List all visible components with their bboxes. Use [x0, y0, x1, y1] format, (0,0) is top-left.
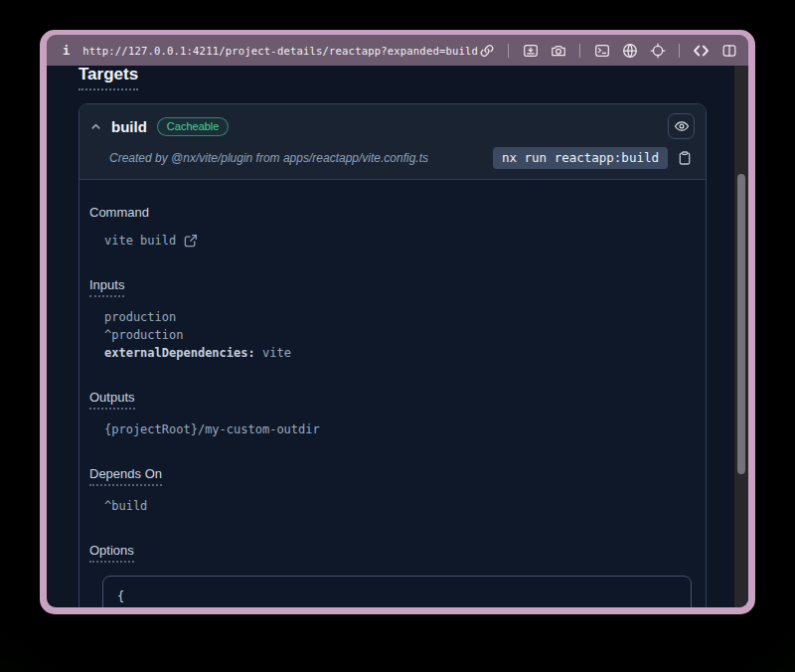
scrollbar-thumb[interactable]	[737, 174, 745, 474]
view-in-graph-button[interactable]	[668, 113, 695, 139]
target-name: build	[111, 118, 147, 135]
depends-on-item: ^build	[104, 497, 694, 515]
chevron-up-icon[interactable]	[89, 120, 102, 133]
project-details-page: Targets build Cacheable Created by @nx/v…	[47, 66, 748, 607]
inputs-label: Inputs	[89, 277, 124, 297]
json-value: apps/reactapp	[189, 606, 282, 607]
input-item: production	[104, 308, 694, 326]
browser-window: i http://127.0.0.1:4211/project-details/…	[40, 30, 755, 614]
output-item: {projectRoot}/my-custom-outdir	[104, 420, 694, 438]
link-icon[interactable]	[478, 42, 495, 59]
address-url[interactable]: http://127.0.0.1:4211/project-details/re…	[82, 45, 478, 57]
toolbar-separator	[579, 44, 580, 58]
cacheable-badge: Cacheable	[157, 117, 230, 136]
input-kv-key: externalDependencies:	[104, 346, 255, 360]
toolbar-actions	[478, 42, 737, 59]
build-header-subrow: Created by @nx/vite/plugin from apps/rea…	[89, 147, 695, 169]
json-key: cwd	[139, 606, 161, 607]
copy-icon[interactable]	[677, 149, 693, 167]
command-value: vite build	[104, 232, 176, 250]
code-icon[interactable]	[693, 42, 710, 59]
build-card-header: build Cacheable Created by @nx/vite/plug…	[80, 104, 706, 180]
page-title: Targets	[79, 66, 138, 90]
input-item: externalDependencies: vite	[104, 344, 694, 362]
browser-toolbar: i http://127.0.0.1:4211/project-details/…	[47, 35, 748, 66]
section-options: Options { "cwd": "apps/reactapp" }	[89, 541, 694, 607]
toolbar-separator	[679, 44, 680, 58]
input-item: ^production	[104, 326, 694, 344]
external-link-icon[interactable]	[184, 234, 198, 248]
json-line: {	[117, 588, 677, 605]
split-view-icon[interactable]	[720, 42, 737, 59]
section-outputs: Outputs {projectRoot}/my-custom-outdir	[89, 388, 694, 438]
toolbar-separator	[508, 44, 509, 58]
build-header-row[interactable]: build Cacheable	[89, 113, 695, 139]
options-json-block: { "cwd": "apps/reactapp" }	[102, 576, 692, 607]
info-icon: i	[63, 44, 70, 58]
build-card-body: Command vite build Inputs production ^pr…	[80, 180, 706, 607]
section-inputs: Inputs production ^production externalDe…	[89, 275, 694, 362]
options-label: Options	[89, 543, 134, 563]
section-depends-on: Depends On ^build	[89, 464, 694, 515]
json-line: "cwd": "apps/reactapp"	[117, 605, 677, 607]
depends-on-label: Depends On	[89, 466, 162, 486]
globe-icon[interactable]	[621, 42, 638, 59]
target-card-build: build Cacheable Created by @nx/vite/plug…	[79, 103, 707, 607]
terminal-icon[interactable]	[593, 42, 610, 59]
crosshair-icon[interactable]	[649, 42, 666, 59]
section-command: Command vite build	[89, 203, 694, 250]
camera-icon[interactable]	[550, 42, 566, 59]
outputs-label: Outputs	[89, 390, 135, 410]
command-label: Command	[89, 205, 149, 220]
input-kv-value: vite	[262, 346, 291, 360]
created-by-note: Created by @nx/vite/plugin from apps/rea…	[109, 151, 428, 165]
run-command-pill: nx run reactapp:build	[493, 147, 668, 169]
download-icon[interactable]	[522, 42, 539, 59]
scrollbar-track[interactable]	[734, 66, 748, 607]
